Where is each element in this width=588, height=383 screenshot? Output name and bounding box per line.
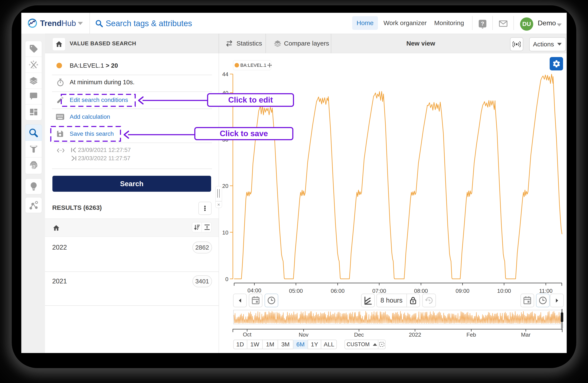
svg-text:Dec: Dec	[354, 331, 364, 338]
svg-text:06:00: 06:00	[331, 288, 344, 294]
svg-text:0: 0	[225, 276, 228, 282]
svg-text:10:00: 10:00	[497, 288, 511, 294]
svg-text:2022: 2022	[409, 331, 421, 338]
svg-text:44: 44	[222, 71, 228, 77]
svg-text:÷: ÷	[29, 63, 30, 66]
svg-text:Oct: Oct	[243, 331, 252, 338]
svg-text:×: ×	[36, 63, 38, 66]
svg-text:10: 10	[222, 229, 228, 236]
svg-text:20: 20	[222, 183, 228, 189]
svg-text:Mar: Mar	[521, 331, 531, 338]
svg-text:−: −	[32, 66, 35, 70]
svg-text:04:00: 04:00	[247, 287, 261, 294]
svg-text:09:00: 09:00	[456, 288, 469, 294]
svg-text:05:00: 05:00	[289, 288, 303, 294]
svg-text:08:00: 08:00	[414, 288, 428, 294]
svg-text:?: ?	[481, 20, 484, 27]
svg-text:+: +	[33, 60, 35, 63]
svg-text:07:00: 07:00	[372, 288, 386, 294]
svg-text:Nov: Nov	[299, 331, 309, 338]
svg-text:Feb: Feb	[466, 331, 476, 338]
svg-text:11:00: 11:00	[539, 288, 552, 294]
